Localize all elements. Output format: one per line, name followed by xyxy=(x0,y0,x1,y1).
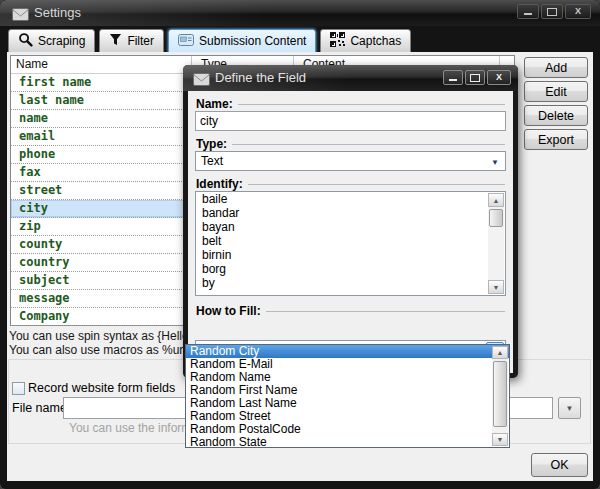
field-name: city xyxy=(19,201,48,215)
identify-item[interactable]: baile xyxy=(196,192,505,206)
tab-captchas[interactable]: Captchas xyxy=(320,29,411,53)
group-divider-line xyxy=(232,144,505,145)
field-name: street xyxy=(19,183,62,197)
group-divider-line xyxy=(248,184,505,185)
add-button[interactable]: Add xyxy=(524,57,588,78)
identify-item[interactable]: belt xyxy=(196,234,505,248)
ok-button[interactable]: OK xyxy=(531,453,588,477)
identify-group-label: Identify: xyxy=(196,177,505,191)
scroll-thumb[interactable] xyxy=(489,209,503,227)
identify-item[interactable]: birnin xyxy=(196,248,505,262)
column-header-name[interactable]: Name xyxy=(16,56,48,73)
field-name: fax xyxy=(19,165,41,179)
dialog-titlebar: Define the Field X xyxy=(183,65,518,91)
record-checkbox-label: Record website form fields xyxy=(28,381,175,395)
tab-label: Scraping xyxy=(38,34,85,48)
maximize-icon xyxy=(470,74,480,82)
chevron-down-icon: ▼ xyxy=(566,404,574,413)
magnifier-icon xyxy=(18,32,33,50)
minimize-icon xyxy=(449,79,457,81)
name-group-label: Name: xyxy=(196,97,505,111)
field-name: Company xyxy=(19,309,70,323)
macros-note: You can also use macros as %url%, xyxy=(9,343,200,357)
file-name-label: File name xyxy=(12,401,67,415)
type-group-label: Type: xyxy=(196,137,505,151)
close-button[interactable]: X xyxy=(565,4,591,19)
tab-label: Filter xyxy=(127,34,154,48)
how-to-fill-group-label: How to Fill: xyxy=(196,304,505,318)
identify-listbox[interactable]: bailebandarbayanbeltbirninborgby ▲ ▼ xyxy=(195,191,506,296)
titlebar: Settings X xyxy=(0,0,600,26)
identify-item[interactable]: borg xyxy=(196,262,505,276)
field-name: subject xyxy=(19,273,70,287)
group-divider-line xyxy=(266,311,505,312)
tab-submission-content[interactable]: Submission Content xyxy=(168,29,316,53)
funnel-icon xyxy=(109,33,122,49)
how-to-fill-dropdown-list: Random CityRandom E-MailRandom NameRando… xyxy=(185,344,510,448)
dialog-window-controls: X xyxy=(443,70,511,85)
arrow-up-icon: ▲ xyxy=(497,349,504,356)
group-divider-line xyxy=(238,104,505,105)
dropdown-options: Random CityRandom E-MailRandom NameRando… xyxy=(186,345,509,449)
window-controls: X xyxy=(517,4,591,19)
field-name: name xyxy=(19,111,48,125)
type-selected-value: Text xyxy=(201,154,223,168)
field-name: message xyxy=(19,291,70,305)
scroll-up-button[interactable]: ▲ xyxy=(492,346,508,359)
identify-item[interactable]: by xyxy=(196,276,505,290)
edit-button[interactable]: Edit xyxy=(524,81,588,102)
maximize-button[interactable] xyxy=(541,4,563,19)
delete-button[interactable]: Delete xyxy=(524,105,588,126)
scroll-up-button[interactable]: ▲ xyxy=(488,193,504,207)
field-name: first name xyxy=(19,75,91,89)
minimize-button[interactable] xyxy=(517,4,539,19)
type-select[interactable]: Text ▼ xyxy=(195,151,506,171)
field-name: phone xyxy=(19,147,55,161)
arrow-down-icon: ▼ xyxy=(497,436,504,443)
record-checkbox[interactable] xyxy=(12,382,25,395)
scroll-down-button[interactable]: ▼ xyxy=(492,433,508,446)
tab-bar: Scraping Filter Submission Content Captc… xyxy=(8,29,411,51)
tab-label: Captchas xyxy=(350,34,401,48)
field-name: email xyxy=(19,129,55,143)
field-name: last name xyxy=(19,93,84,107)
field-name: country xyxy=(19,255,70,269)
arrow-down-icon: ▼ xyxy=(493,284,500,291)
form-card-icon xyxy=(178,34,194,49)
minimize-icon xyxy=(524,13,532,15)
dialog-envelope-icon xyxy=(193,72,210,90)
maximize-icon xyxy=(547,8,557,16)
chevron-down-icon: ▼ xyxy=(491,158,499,167)
identify-item[interactable]: bayan xyxy=(196,220,505,234)
dropdown-scrollbar[interactable]: ▲ ▼ xyxy=(492,346,508,446)
tab-filter[interactable]: Filter xyxy=(99,29,164,53)
field-name: zip xyxy=(19,219,41,233)
app-envelope-icon xyxy=(12,7,29,25)
tab-scraping[interactable]: Scraping xyxy=(8,29,95,53)
file-name-dropdown-button[interactable]: ▼ xyxy=(558,397,581,419)
dropdown-option[interactable]: Random State xyxy=(186,436,509,449)
spin-syntax-note: You can use spin syntax as {Hello|H xyxy=(9,329,200,343)
tab-label: Submission Content xyxy=(199,34,306,48)
close-icon: X xyxy=(575,6,581,17)
qr-code-icon xyxy=(330,32,345,50)
identify-item[interactable]: bandar xyxy=(196,206,505,220)
dialog-content: Name: Type: Text ▼ Identify: bailebandar… xyxy=(188,91,513,373)
scroll-down-button[interactable]: ▼ xyxy=(488,280,504,294)
window-title: Settings xyxy=(34,0,81,26)
arrow-up-icon: ▲ xyxy=(493,197,500,204)
define-field-dialog: Define the Field X Name: Type: Text ▼ xyxy=(183,65,518,378)
dialog-maximize-button[interactable] xyxy=(465,70,485,85)
identify-items: bailebandarbayanbeltbirninborgby xyxy=(196,192,505,290)
scroll-thumb[interactable] xyxy=(493,361,507,427)
dialog-close-button[interactable]: X xyxy=(487,70,511,85)
export-button[interactable]: Export xyxy=(524,129,588,150)
dialog-minimize-button[interactable] xyxy=(443,70,463,85)
identify-scrollbar[interactable]: ▲ ▼ xyxy=(488,193,504,294)
close-icon: X xyxy=(496,72,502,83)
settings-window: Settings X Scraping Filter Submission Co… xyxy=(0,0,600,489)
dialog-title: Define the Field xyxy=(215,65,306,91)
field-name-input[interactable] xyxy=(195,111,506,131)
field-name: county xyxy=(19,237,62,251)
